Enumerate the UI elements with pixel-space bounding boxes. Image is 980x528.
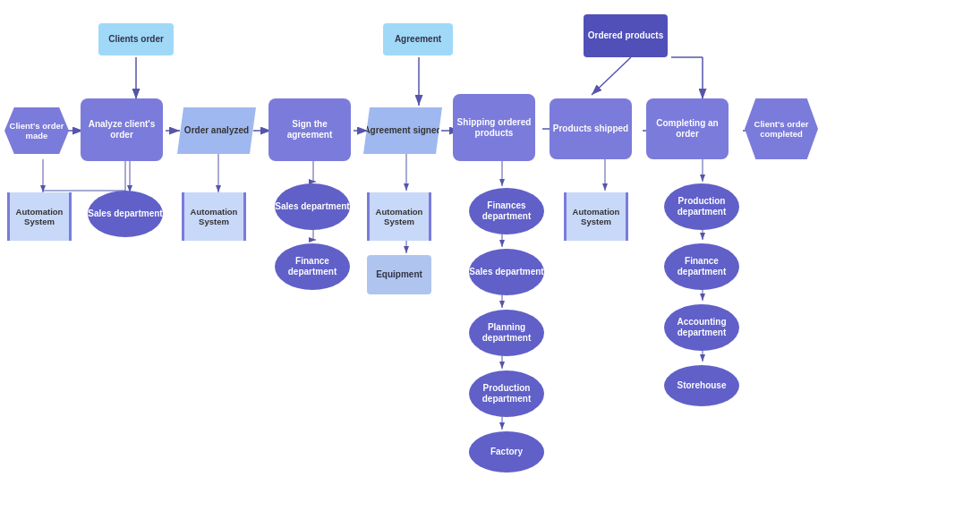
auto-system-3-node: Automation System [367,192,431,241]
sales-dept-2-node: Sales department [275,183,350,230]
accounting-dept-node: Accounting department [664,304,739,351]
auto-system-4-node: Automation System [564,192,628,241]
client-order-completed-node: Client's order completed [745,98,818,159]
equipment-node: Equipment [367,255,431,294]
order-analyzed-node: Order analyzed [177,107,256,154]
production-dept-1-node: Production department [469,370,544,417]
finance-dept-2-node: Finance department [664,243,739,290]
finance-dept-1-node: Finance department [275,243,350,290]
sales-dept-3-node: Sales department [469,249,544,295]
sales-dept-1-node: Sales department [88,191,163,237]
products-shipped-node: Products shipped [550,98,632,159]
agreement-banner: Agreement [383,23,453,55]
factory-node: Factory [469,431,544,473]
finances-dept-node: Finances department [469,188,544,234]
sign-agreement-node: Sign the agreement [268,98,351,161]
svg-line-12 [592,57,631,95]
analyze-node: Analyze client's order [81,98,163,161]
planning-dept-node: Planning department [469,310,544,356]
diagram: Client's order made Analyze client's ord… [0,0,980,528]
clients-order-banner: Clients order [98,23,174,55]
client-order-made-node: Client's order made [4,107,69,154]
production-dept-2-node: Production department [664,183,739,230]
completing-order-node: Completing an order [646,98,729,159]
storehouse-node: Storehouse [664,365,739,406]
ordered-products-banner: Ordered products [584,14,668,57]
agreement-signed-node: Agreement signed [363,107,442,154]
auto-system-1-node: Automation System [7,192,72,241]
shipping-node: Shipping ordered products [453,94,535,161]
auto-system-2-node: Automation System [182,192,246,241]
